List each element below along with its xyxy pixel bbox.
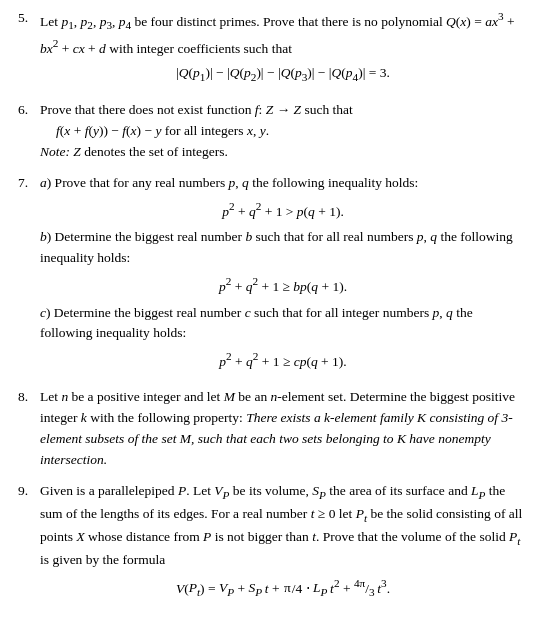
problem-8: 8. Let n be a positive integer and let M… [18,387,526,471]
document: 5. Let p1, p2, p3, p4 be four distinct p… [18,8,526,619]
problem-6: 6. Prove that there does not exist funct… [18,100,526,163]
problem-5-formula: |Q(p1)| − |Q(p2)| − |Q(p3)| − |Q(p4)| = … [40,63,526,86]
problem-7a-formula: p2 + q2 + 1 > p(q + 1). [40,198,526,222]
problem-7c: c) Determine the biggest real number c s… [40,303,526,373]
problem-7: 7. a) Prove that for any real numbers p,… [18,173,526,377]
problem-6-content: Prove that there does not exist function… [40,100,526,163]
problem-9-content: Given is a parallelepiped P. Let VP be i… [40,481,526,620]
problem-7b: b) Determine the biggest real number b s… [40,227,526,297]
problem-9-number: 9. [18,481,40,502]
problem-5-content: Let p1, p2, p3, p4 be four distinct prim… [40,8,526,90]
problem-6-number: 6. [18,100,40,121]
problem-5-number: 5. [18,8,40,29]
problem-7b-formula: p2 + q2 + 1 ≥ bp(q + 1). [40,273,526,297]
problem-9: 9. Given is a parallelepiped P. Let VP b… [18,481,526,620]
problem-7-number: 7. [18,173,40,194]
problem-5: 5. Let p1, p2, p3, p4 be four distinct p… [18,8,526,90]
problem-8-content: Let n be a positive integer and let M be… [40,387,526,471]
problem-7c-formula: p2 + q2 + 1 ≥ cp(q + 1). [40,348,526,372]
problem-7-content: a) Prove that for any real numbers p, q … [40,173,526,377]
problem-8-number: 8. [18,387,40,408]
problem-9-formula: V(Pt) = VP + SP t + π/4 ⋅ LP t2 + 4π/3 t… [40,575,526,602]
